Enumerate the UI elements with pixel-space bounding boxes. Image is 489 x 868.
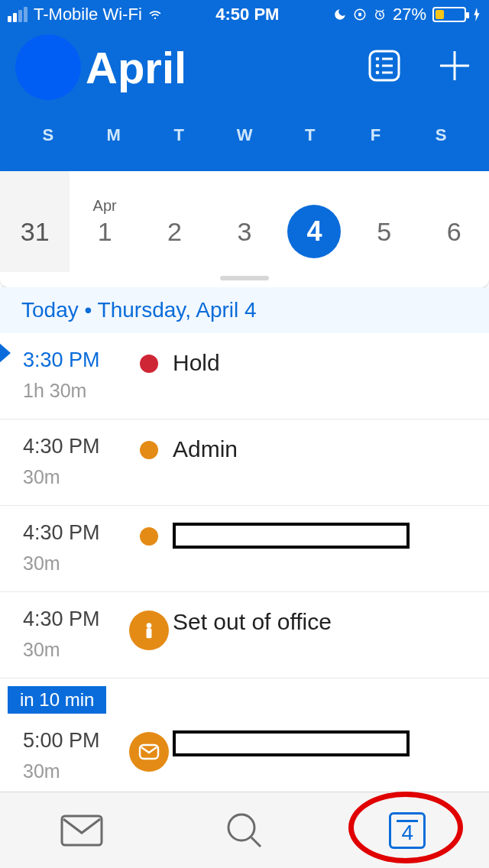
event-item[interactable]: 3:30 PM 1h 30m Hold: [0, 333, 489, 419]
moon-icon: [333, 8, 347, 21]
wifi-icon: [148, 8, 162, 21]
expand-handle[interactable]: [0, 272, 489, 284]
day-4-selected[interactable]: 4: [280, 171, 349, 272]
svg-point-4: [376, 57, 380, 61]
dow-thu: T: [277, 125, 343, 145]
svg-point-5: [376, 64, 380, 68]
avatar[interactable]: [15, 34, 81, 100]
event-title: [173, 729, 468, 762]
event-title: Hold: [173, 348, 468, 376]
svg-point-6: [376, 71, 380, 75]
event-list[interactable]: 3:30 PM 1h 30m Hold 4:30 PM 30m Admin 4:…: [0, 333, 489, 799]
day-of-week-row: S M T W T F S: [15, 125, 474, 145]
carrier-label: T-Mobile Wi-Fi: [34, 5, 142, 24]
status-bar: T-Mobile Wi-Fi 4:50 PM 27%: [0, 0, 489, 29]
upcoming-tag-row: in 10 min: [0, 679, 489, 714]
battery-icon: [432, 7, 466, 22]
day-3[interactable]: 3: [209, 171, 279, 272]
event-time: 4:30 PM: [23, 521, 128, 545]
event-time: 4:30 PM: [23, 607, 128, 631]
day-6[interactable]: 6: [419, 171, 489, 272]
alarm-icon: [373, 8, 387, 21]
month-title[interactable]: April: [86, 42, 365, 93]
nav-calendar[interactable]: 4: [326, 792, 489, 868]
day-5[interactable]: 5: [349, 171, 419, 272]
calendar-header: April S M T W T F S: [0, 29, 489, 171]
signal-icon: [8, 7, 28, 22]
day-1[interactable]: Apr1: [70, 171, 139, 272]
dow-sun: S: [15, 125, 81, 145]
event-duration: 30m: [23, 552, 128, 575]
battery-pct-label: 27%: [393, 5, 426, 24]
svg-point-12: [147, 623, 151, 628]
event-duration: 1h 30m: [23, 380, 128, 402]
event-title: [173, 521, 468, 554]
bottom-nav: 4: [0, 792, 489, 868]
dow-tue: T: [146, 125, 212, 145]
svg-rect-13: [147, 629, 151, 638]
nav-mail[interactable]: [0, 792, 163, 868]
event-duration: 30m: [23, 760, 128, 782]
event-title: Set out of office: [173, 607, 468, 635]
event-item[interactable]: 5:00 PM 30m: [0, 714, 489, 799]
week-strip[interactable]: 31 Apr1 2 3 4 5 6: [0, 171, 489, 287]
event-duration: 30m: [23, 466, 128, 488]
agenda-view-button[interactable]: [365, 47, 403, 88]
svg-point-16: [228, 815, 254, 840]
event-duration: 30m: [23, 639, 128, 661]
add-event-button[interactable]: [436, 47, 474, 88]
event-item[interactable]: 4:30 PM 30m Admin: [0, 419, 489, 506]
svg-rect-15: [62, 816, 102, 845]
info-circle-icon: [129, 611, 169, 650]
dow-wed: W: [212, 125, 277, 145]
upcoming-tag: in 10 min: [8, 686, 106, 714]
calendar-color-dot-icon: [140, 527, 158, 546]
calendar-color-dot-icon: [140, 441, 158, 459]
day-31[interactable]: 31: [0, 171, 70, 272]
calendar-color-dot-icon: [140, 355, 158, 373]
lock-rotation-icon: [353, 8, 367, 21]
redacted-text: [173, 523, 410, 549]
event-item[interactable]: 4:30 PM 30m Set out of office: [0, 592, 489, 679]
event-title: Admin: [173, 435, 468, 462]
clock-label: 4:50 PM: [162, 5, 333, 24]
charging-icon: [472, 8, 481, 21]
svg-line-17: [251, 837, 261, 847]
dow-mon: M: [81, 125, 147, 145]
dow-sat: S: [408, 125, 474, 145]
event-time: 3:30 PM: [23, 348, 128, 372]
nav-search[interactable]: [163, 792, 325, 868]
event-time: 4:30 PM: [23, 435, 128, 458]
calendar-icon: 4: [389, 812, 426, 849]
svg-rect-1: [358, 13, 361, 17]
current-time-marker-icon: [0, 342, 11, 364]
redacted-text: [173, 730, 410, 756]
dow-fri: F: [343, 125, 409, 145]
mail-circle-icon: [129, 732, 169, 772]
date-heading: Today • Thursday, April 4: [0, 287, 489, 333]
day-2[interactable]: 2: [140, 171, 209, 272]
event-item[interactable]: 4:30 PM 30m: [0, 506, 489, 592]
event-time: 5:00 PM: [23, 729, 128, 753]
